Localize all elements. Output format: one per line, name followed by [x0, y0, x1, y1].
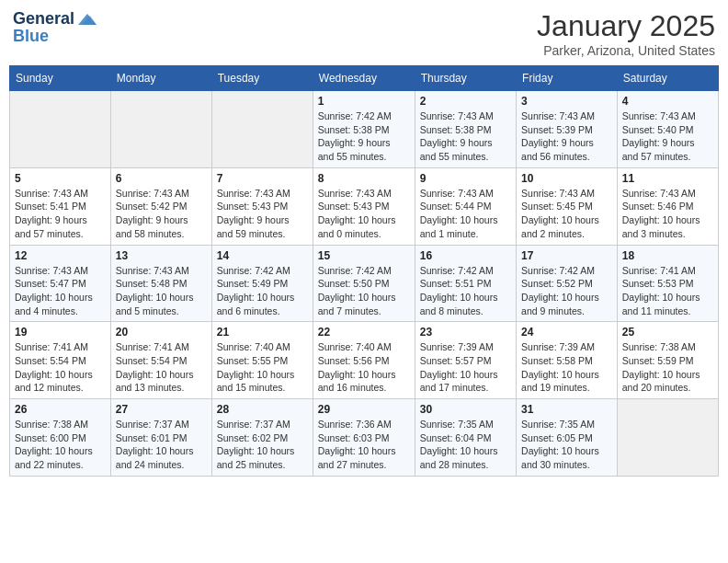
- dow-header-saturday: Saturday: [617, 66, 718, 91]
- day-detail: Sunrise: 7:43 AM Sunset: 5:45 PM Dayligh…: [521, 187, 612, 241]
- week-row-2: 5Sunrise: 7:43 AM Sunset: 5:41 PM Daylig…: [10, 167, 719, 245]
- day-detail: Sunrise: 7:40 AM Sunset: 5:55 PM Dayligh…: [217, 340, 308, 395]
- logo: General Blue: [13, 9, 97, 46]
- day-number: 16: [420, 249, 511, 262]
- calendar-cell: 31Sunrise: 7:35 AM Sunset: 6:05 PM Dayli…: [517, 399, 618, 477]
- calendar-cell: 4Sunrise: 7:43 AM Sunset: 5:40 PM Daylig…: [617, 91, 718, 168]
- day-number: 11: [622, 172, 713, 185]
- calendar-cell: 28Sunrise: 7:37 AM Sunset: 6:02 PM Dayli…: [211, 399, 313, 477]
- calendar-cell: [617, 399, 718, 477]
- day-number: 9: [420, 172, 511, 185]
- day-detail: Sunrise: 7:38 AM Sunset: 6:00 PM Dayligh…: [15, 418, 106, 472]
- calendar-cell: 13Sunrise: 7:43 AM Sunset: 5:48 PM Dayli…: [110, 245, 211, 322]
- logo-text-blue: Blue: [13, 27, 49, 46]
- day-detail: Sunrise: 7:37 AM Sunset: 6:01 PM Dayligh…: [116, 418, 207, 472]
- calendar-cell: 10Sunrise: 7:43 AM Sunset: 5:45 PM Dayli…: [517, 167, 618, 245]
- calendar-cell: 11Sunrise: 7:43 AM Sunset: 5:46 PM Dayli…: [617, 167, 718, 245]
- calendar-cell: [211, 91, 313, 168]
- calendar-cell: 2Sunrise: 7:43 AM Sunset: 5:38 PM Daylig…: [415, 91, 516, 168]
- day-number: 14: [217, 249, 308, 262]
- week-row-5: 26Sunrise: 7:38 AM Sunset: 6:00 PM Dayli…: [10, 399, 719, 477]
- day-detail: Sunrise: 7:35 AM Sunset: 6:05 PM Dayligh…: [521, 418, 612, 472]
- calendar-table: SundayMondayTuesdayWednesdayThursdayFrid…: [9, 65, 719, 477]
- dow-header-monday: Monday: [110, 66, 211, 91]
- day-detail: Sunrise: 7:43 AM Sunset: 5:41 PM Dayligh…: [15, 187, 106, 241]
- day-number: 2: [420, 95, 511, 108]
- calendar-cell: 20Sunrise: 7:41 AM Sunset: 5:54 PM Dayli…: [110, 322, 211, 399]
- calendar-cell: 27Sunrise: 7:37 AM Sunset: 6:01 PM Dayli…: [110, 399, 211, 477]
- calendar-cell: 17Sunrise: 7:42 AM Sunset: 5:52 PM Dayli…: [517, 245, 618, 322]
- calendar-cell: 3Sunrise: 7:43 AM Sunset: 5:39 PM Daylig…: [517, 91, 618, 168]
- day-detail: Sunrise: 7:42 AM Sunset: 5:52 PM Dayligh…: [521, 264, 612, 318]
- day-detail: Sunrise: 7:42 AM Sunset: 5:51 PM Dayligh…: [420, 264, 511, 318]
- calendar-cell: 15Sunrise: 7:42 AM Sunset: 5:50 PM Dayli…: [313, 245, 415, 322]
- calendar-cell: [10, 91, 111, 168]
- day-detail: Sunrise: 7:38 AM Sunset: 5:59 PM Dayligh…: [622, 340, 713, 395]
- day-detail: Sunrise: 7:41 AM Sunset: 5:54 PM Dayligh…: [15, 340, 106, 395]
- day-detail: Sunrise: 7:43 AM Sunset: 5:47 PM Dayligh…: [15, 264, 106, 318]
- calendar-cell: 8Sunrise: 7:43 AM Sunset: 5:43 PM Daylig…: [313, 167, 415, 245]
- calendar-cell: 1Sunrise: 7:42 AM Sunset: 5:38 PM Daylig…: [313, 91, 415, 168]
- day-detail: Sunrise: 7:43 AM Sunset: 5:38 PM Dayligh…: [420, 109, 511, 164]
- day-detail: Sunrise: 7:36 AM Sunset: 6:03 PM Dayligh…: [318, 418, 410, 472]
- calendar-cell: 9Sunrise: 7:43 AM Sunset: 5:44 PM Daylig…: [415, 167, 516, 245]
- calendar-subtitle: Parker, Arizona, United States: [537, 43, 715, 58]
- day-number: 31: [521, 403, 612, 416]
- day-number: 1: [318, 95, 410, 108]
- calendar-cell: 23Sunrise: 7:39 AM Sunset: 5:57 PM Dayli…: [415, 322, 516, 399]
- day-number: 20: [116, 326, 207, 339]
- day-number: 4: [622, 95, 713, 108]
- calendar-cell: 14Sunrise: 7:42 AM Sunset: 5:49 PM Dayli…: [211, 245, 313, 322]
- day-number: 8: [318, 172, 410, 185]
- dow-header-thursday: Thursday: [415, 66, 516, 91]
- day-number: 17: [521, 249, 612, 262]
- day-detail: Sunrise: 7:39 AM Sunset: 5:58 PM Dayligh…: [521, 340, 612, 395]
- day-number: 28: [217, 403, 308, 416]
- day-number: 22: [318, 326, 410, 339]
- day-number: 27: [116, 403, 207, 416]
- calendar-cell: 24Sunrise: 7:39 AM Sunset: 5:58 PM Dayli…: [517, 322, 618, 399]
- day-number: 3: [521, 95, 612, 108]
- day-number: 24: [521, 326, 612, 339]
- calendar-cell: [110, 91, 211, 168]
- day-number: 29: [318, 403, 410, 416]
- calendar-body: 1Sunrise: 7:42 AM Sunset: 5:38 PM Daylig…: [10, 91, 719, 477]
- day-detail: Sunrise: 7:41 AM Sunset: 5:54 PM Dayligh…: [116, 340, 207, 395]
- calendar-cell: 6Sunrise: 7:43 AM Sunset: 5:42 PM Daylig…: [110, 167, 211, 245]
- day-number: 5: [15, 172, 106, 185]
- day-detail: Sunrise: 7:42 AM Sunset: 5:38 PM Dayligh…: [318, 109, 410, 164]
- calendar-title: January 2025: [537, 9, 715, 43]
- day-detail: Sunrise: 7:41 AM Sunset: 5:53 PM Dayligh…: [622, 264, 713, 318]
- day-number: 7: [217, 172, 308, 185]
- day-detail: Sunrise: 7:43 AM Sunset: 5:40 PM Dayligh…: [622, 109, 713, 164]
- week-row-3: 12Sunrise: 7:43 AM Sunset: 5:47 PM Dayli…: [10, 245, 719, 322]
- day-detail: Sunrise: 7:35 AM Sunset: 6:04 PM Dayligh…: [420, 418, 511, 472]
- day-number: 15: [318, 249, 410, 262]
- calendar-cell: 22Sunrise: 7:40 AM Sunset: 5:56 PM Dayli…: [313, 322, 415, 399]
- day-number: 10: [521, 172, 612, 185]
- day-number: 23: [420, 326, 511, 339]
- day-detail: Sunrise: 7:37 AM Sunset: 6:02 PM Dayligh…: [217, 418, 308, 472]
- dow-header-wednesday: Wednesday: [313, 66, 415, 91]
- calendar-cell: 29Sunrise: 7:36 AM Sunset: 6:03 PM Dayli…: [313, 399, 415, 477]
- calendar-cell: 21Sunrise: 7:40 AM Sunset: 5:55 PM Dayli…: [211, 322, 313, 399]
- day-detail: Sunrise: 7:43 AM Sunset: 5:39 PM Dayligh…: [521, 109, 612, 164]
- calendar-cell: 25Sunrise: 7:38 AM Sunset: 5:59 PM Dayli…: [617, 322, 718, 399]
- day-detail: Sunrise: 7:43 AM Sunset: 5:48 PM Dayligh…: [116, 264, 207, 318]
- day-detail: Sunrise: 7:42 AM Sunset: 5:50 PM Dayligh…: [318, 264, 410, 318]
- page-header: General Blue January 2025 Parker, Arizon…: [9, 9, 719, 58]
- logo-text-general: General: [13, 9, 74, 29]
- day-detail: Sunrise: 7:40 AM Sunset: 5:56 PM Dayligh…: [318, 340, 410, 395]
- week-row-1: 1Sunrise: 7:42 AM Sunset: 5:38 PM Daylig…: [10, 91, 719, 168]
- dow-header-tuesday: Tuesday: [211, 66, 313, 91]
- week-row-4: 19Sunrise: 7:41 AM Sunset: 5:54 PM Dayli…: [10, 322, 719, 399]
- day-detail: Sunrise: 7:43 AM Sunset: 5:46 PM Dayligh…: [622, 187, 713, 241]
- days-of-week-row: SundayMondayTuesdayWednesdayThursdayFrid…: [10, 66, 719, 91]
- title-block: January 2025 Parker, Arizona, United Sta…: [537, 9, 715, 58]
- day-detail: Sunrise: 7:42 AM Sunset: 5:49 PM Dayligh…: [217, 264, 308, 318]
- calendar-cell: 16Sunrise: 7:42 AM Sunset: 5:51 PM Dayli…: [415, 245, 516, 322]
- day-number: 18: [622, 249, 713, 262]
- day-number: 26: [15, 403, 106, 416]
- day-number: 12: [15, 249, 106, 262]
- day-detail: Sunrise: 7:43 AM Sunset: 5:44 PM Dayligh…: [420, 187, 511, 241]
